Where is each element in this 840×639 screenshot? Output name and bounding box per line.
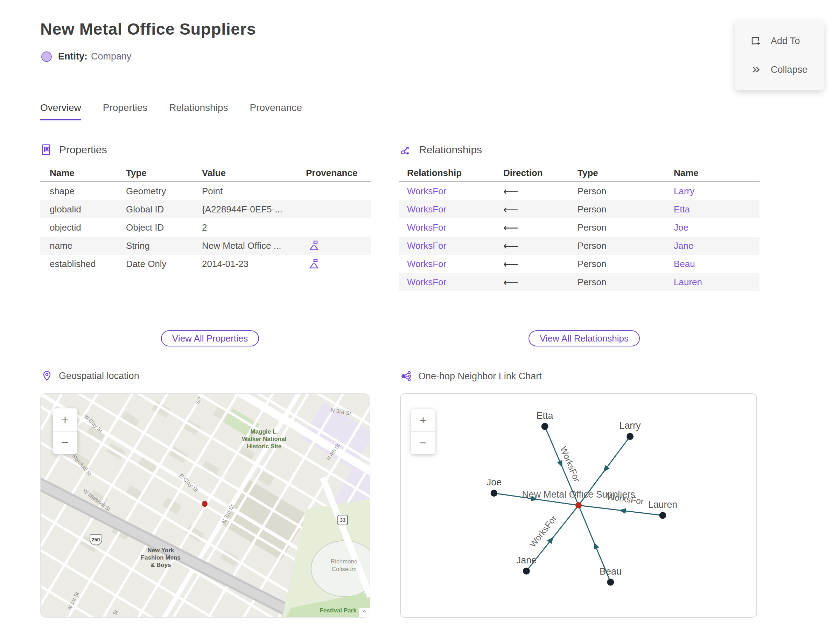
geospatial-section-header: Geospatial location <box>41 370 139 381</box>
property-row: nameStringNew Metal Office ... <box>40 237 371 255</box>
chart-node-joe <box>491 490 498 497</box>
relationship-cell-name[interactable]: Beau <box>666 259 759 269</box>
chart-zoom-control: + − <box>411 409 435 454</box>
tab-bar: OverviewPropertiesRelationshipsProvenanc… <box>40 102 302 120</box>
view-all-properties-button[interactable]: View All Properties <box>161 331 259 347</box>
chart-node-label: Jane <box>516 555 536 566</box>
view-all-relationships-button[interactable]: View All Relationships <box>528 331 640 347</box>
tab-overview[interactable]: Overview <box>40 102 81 120</box>
chart-zoom-in-button[interactable]: + <box>411 409 435 432</box>
relationship-row: WorksFor⟵PersonLarry <box>399 182 759 200</box>
relationship-cell-relationship[interactable]: WorksFor <box>399 222 495 233</box>
property-cell-type: Object ID <box>116 222 192 233</box>
entity-label: Entity: <box>58 51 88 62</box>
relationship-cell-type: Person <box>570 240 666 251</box>
chart-node-label: Lauren <box>648 499 678 510</box>
entity-row: Entity: Company <box>41 51 132 62</box>
map-panel[interactable]: + − ⌃ W Clay StSalN 3rd StN 4th StMaggie… <box>40 393 370 618</box>
chart-node-label: Joe <box>487 477 501 488</box>
route-shield-33: 33 <box>337 515 348 525</box>
column-header-provenance: Provenance <box>296 168 371 178</box>
column-header-type: Type <box>116 168 192 178</box>
page-title: New Metal Office Suppliers <box>40 19 256 38</box>
chart-edge-arrow <box>557 460 562 467</box>
chart-edge-arrow <box>619 508 626 514</box>
property-cell-type: String <box>116 240 192 251</box>
relationship-row: WorksFor⟵PersonJoe <box>399 218 759 237</box>
route-shield-250: 250 <box>90 534 102 545</box>
relationships-table: RelationshipDirectionTypeNameWorksFor⟵Pe… <box>399 164 759 291</box>
column-header-value: Value <box>192 168 296 178</box>
relationship-row: WorksFor⟵PersonJane <box>399 237 759 255</box>
relationship-cell-direction: ⟵ <box>495 258 570 270</box>
chart-edge-arrow <box>594 542 599 549</box>
collapse-button[interactable]: Collapse <box>735 64 824 76</box>
relationships-section-header: Relationships <box>400 143 482 156</box>
relationship-cell-relationship[interactable]: WorksFor <box>399 204 495 215</box>
relationship-cell-relationship[interactable]: WorksFor <box>399 186 495 197</box>
chart-node-beau <box>607 579 614 586</box>
relationship-cell-name[interactable]: Larry <box>666 186 759 197</box>
tab-relationships[interactable]: Relationships <box>169 102 228 120</box>
property-table-header: NameTypeValueProvenance <box>40 164 371 182</box>
relationship-cell-relationship[interactable]: WorksFor <box>399 240 495 251</box>
map-zoom-in-button[interactable]: + <box>53 409 77 431</box>
add-to-label: Add To <box>771 36 800 46</box>
chart-node-larry <box>627 433 633 440</box>
relationship-cell-direction: ⟵ <box>495 203 570 216</box>
collapse-label: Collapse <box>771 64 807 75</box>
property-cell-name: objectid <box>40 222 116 233</box>
chart-edge-arrow <box>603 465 610 472</box>
chart-node-label: Larry <box>619 420 641 431</box>
relationships-icon <box>400 143 413 156</box>
actions-card: Add To Collapse <box>735 20 824 90</box>
chart-node-label: Etta <box>536 410 554 421</box>
map-pin-icon <box>41 370 52 381</box>
relationship-cell-relationship[interactable]: WorksFor <box>399 259 495 269</box>
relationship-cell-name[interactable]: Etta <box>666 204 759 215</box>
relationship-row: WorksFor⟵PersonEtta <box>399 200 759 218</box>
relationship-cell-name[interactable]: Joe <box>666 222 759 233</box>
property-cell-value: 2014-01-23 <box>192 259 296 269</box>
add-to-button[interactable]: Add To <box>735 35 824 47</box>
entity-type-dot <box>41 51 52 62</box>
property-cell-provenance <box>296 239 371 252</box>
map-zoom-out-button[interactable]: − <box>53 431 77 454</box>
property-cell-type: Global ID <box>116 204 192 215</box>
relationship-cell-type: Person <box>570 259 666 269</box>
property-cell-value: {A228944F-0EF5-... <box>192 204 296 215</box>
property-cell-name: established <box>40 259 116 269</box>
relationship-cell-name[interactable]: Lauren <box>666 277 759 288</box>
property-cell-name: globalid <box>40 204 116 215</box>
geospatial-section-title: Geospatial location <box>59 370 139 381</box>
property-row: establishedDate Only2014-01-23 <box>40 255 371 273</box>
properties-section-title: Properties <box>59 144 107 156</box>
map-location-marker <box>202 501 208 507</box>
link-chart-icon <box>400 370 412 382</box>
relationship-row: WorksFor⟵PersonBeau <box>399 255 759 273</box>
chart-center-node <box>575 502 582 509</box>
entity-type-value: Company <box>91 51 132 62</box>
relationship-cell-name[interactable]: Jane <box>666 240 759 251</box>
property-cell-type: Date Only <box>116 259 192 269</box>
relationship-row: WorksFor⟵PersonLauren <box>399 273 759 291</box>
tab-properties[interactable]: Properties <box>103 102 148 120</box>
map-attribution-toggle[interactable]: ⌃ <box>359 608 370 617</box>
linkchart-section-header: One-hop Neighbor Link Chart <box>400 370 542 382</box>
tab-provenance[interactable]: Provenance <box>250 102 302 120</box>
property-row: shapeGeometryPoint <box>40 182 371 200</box>
provenance-flag-icon <box>308 239 320 252</box>
link-chart-panel[interactable]: WorksForWorksForWorksForEttaLarryJoeLaur… <box>400 393 757 618</box>
property-cell-value: New Metal Office ... <box>192 240 296 251</box>
chart-zoom-out-button[interactable]: − <box>411 432 435 455</box>
chart-node-lauren <box>659 512 667 519</box>
properties-table: NameTypeValueProvenanceshapeGeometryPoin… <box>40 164 371 273</box>
relationship-cell-direction: ⟵ <box>495 276 570 288</box>
properties-icon <box>40 143 53 156</box>
chart-node-etta <box>541 423 549 430</box>
relationship-cell-direction: ⟵ <box>495 221 570 234</box>
map-zoom-control: + − <box>53 409 77 454</box>
property-row: objectidObject ID2 <box>40 218 371 237</box>
relationship-cell-relationship[interactable]: WorksFor <box>399 277 495 288</box>
column-header-type: Type <box>570 168 666 178</box>
